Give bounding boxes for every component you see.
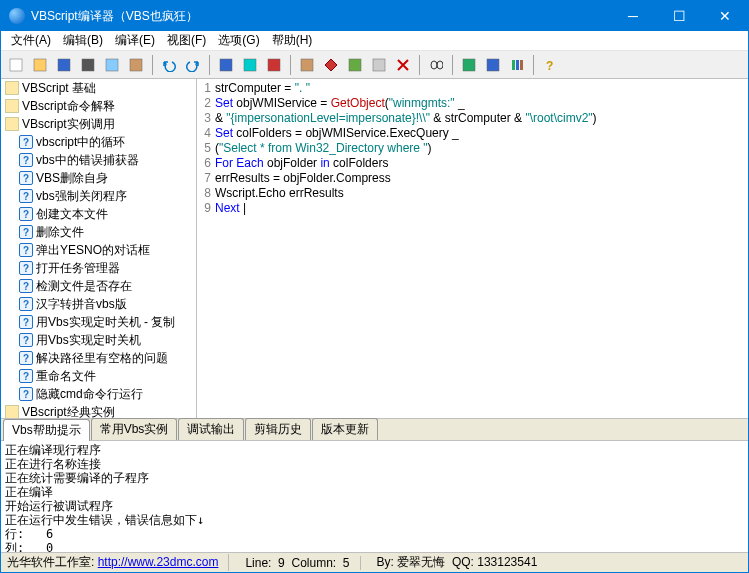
- close-button[interactable]: ✕: [702, 1, 748, 31]
- open-button[interactable]: [29, 54, 51, 76]
- window-title: VBScript编译器（VBS也疯狂）: [31, 8, 610, 25]
- tree-item-label: 解决路径里有空格的问题: [36, 350, 168, 367]
- maximize-button[interactable]: ☐: [656, 1, 702, 31]
- code-text[interactable]: errResults = objFolder.Compress: [215, 171, 391, 186]
- tree-item-label: vbscript中的循环: [36, 134, 125, 151]
- svg-rect-2: [58, 59, 70, 71]
- paste-button[interactable]: [125, 54, 147, 76]
- undo-icon: [162, 58, 176, 72]
- tree-item[interactable]: ?汉字转拼音vbs版: [1, 295, 196, 313]
- minimize-button[interactable]: ─: [610, 1, 656, 31]
- help-icon: ?: [19, 189, 33, 203]
- code-line[interactable]: 1strComputer = ". ": [197, 81, 748, 96]
- help-button[interactable]: ?: [539, 54, 561, 76]
- code-line[interactable]: 3& "{impersonationLevel=impersonate}!\\"…: [197, 111, 748, 126]
- tree-item[interactable]: ?检测文件是否存在: [1, 277, 196, 295]
- tree-item[interactable]: ?vbscript中的循环: [1, 133, 196, 151]
- example-tree[interactable]: VBScript 基础VBscript命令解释VBscript实例调用?vbsc…: [1, 79, 197, 418]
- svg-rect-6: [220, 59, 232, 71]
- code-text[interactable]: strComputer = ". ": [215, 81, 310, 96]
- code-line[interactable]: 4Set colFolders = objWMIService.ExecQuer…: [197, 126, 748, 141]
- menu-compile[interactable]: 编译(E): [109, 30, 161, 51]
- delete-x-button[interactable]: [392, 54, 414, 76]
- book-blue-button[interactable]: [482, 54, 504, 76]
- tree-item[interactable]: ?用Vbs实现定时关机 - 复制: [1, 313, 196, 331]
- tree-item[interactable]: ?用Vbs实现定时关机: [1, 331, 196, 349]
- tree-item-label: 删除文件: [36, 224, 84, 241]
- app-icon: [9, 8, 25, 24]
- tree-folder[interactable]: VBScript 基础: [1, 79, 196, 97]
- compile-red-button[interactable]: [263, 54, 285, 76]
- bottom-tab[interactable]: 剪辑历史: [245, 418, 311, 440]
- tree-item[interactable]: ?打开任务管理器: [1, 259, 196, 277]
- code-line[interactable]: 9Next |: [197, 201, 748, 216]
- output-pane[interactable]: 正在编译现行程序 正在进行名称连接 正在统计需要编译的子程序 正在编译 开始运行…: [1, 440, 748, 552]
- code-line[interactable]: 2Set objWMIService = GetObject("winmgmts…: [197, 96, 748, 111]
- code-text[interactable]: ("Select * from Win32_Directory where "): [215, 141, 432, 156]
- svg-rect-10: [349, 59, 361, 71]
- code-text[interactable]: Set objWMIService = GetObject("winmgmts:…: [215, 96, 465, 111]
- diamond-button[interactable]: [320, 54, 342, 76]
- code-text[interactable]: Next |: [215, 201, 246, 216]
- bottom-tab[interactable]: 版本更新: [312, 418, 378, 440]
- tree-item[interactable]: ?重命名文件: [1, 367, 196, 385]
- code-text[interactable]: Wscript.Echo errResults: [215, 186, 344, 201]
- tree-item[interactable]: ?弹出YESNO的对话框: [1, 241, 196, 259]
- books-button[interactable]: [506, 54, 528, 76]
- tree-item[interactable]: ?VBS删除自身: [1, 169, 196, 187]
- undo-button[interactable]: [158, 54, 180, 76]
- redo-button[interactable]: [182, 54, 204, 76]
- code-line[interactable]: 6For Each objFolder in colFolders: [197, 156, 748, 171]
- code-text[interactable]: Set colFolders = objWMIService.ExecQuery…: [215, 126, 459, 141]
- help-icon: ?: [19, 279, 33, 293]
- box1-button[interactable]: [296, 54, 318, 76]
- code-line[interactable]: 8Wscript.Echo errResults: [197, 186, 748, 201]
- svg-rect-14: [463, 59, 475, 71]
- compile-blue-button[interactable]: [215, 54, 237, 76]
- line-number: 9: [197, 201, 215, 216]
- menu-view[interactable]: 视图(F): [161, 30, 212, 51]
- menu-options[interactable]: 选项(G): [212, 30, 265, 51]
- tree-item[interactable]: ?vbs强制关闭程序: [1, 187, 196, 205]
- new-button[interactable]: [5, 54, 27, 76]
- code-line[interactable]: 7errResults = objFolder.Compress: [197, 171, 748, 186]
- compile-cyan-button[interactable]: [239, 54, 261, 76]
- code-line[interactable]: 5("Select * from Win32_Directory where "…: [197, 141, 748, 156]
- svg-rect-15: [487, 59, 499, 71]
- svg-rect-3: [82, 59, 94, 71]
- tree-item[interactable]: ?vbs中的错误捕获器: [1, 151, 196, 169]
- menu-file[interactable]: 文件(A): [5, 30, 57, 51]
- help-icon: ?: [543, 58, 557, 72]
- tree-item[interactable]: ?隐藏cmd命令行运行: [1, 385, 196, 403]
- svg-rect-18: [520, 60, 523, 70]
- menu-edit[interactable]: 编辑(B): [57, 30, 109, 51]
- tree-item-label: 创建文本文件: [36, 206, 108, 223]
- vendor-link[interactable]: http://www.23dmc.com: [98, 555, 219, 569]
- tree-item[interactable]: ?删除文件: [1, 223, 196, 241]
- menu-help[interactable]: 帮助(H): [266, 30, 319, 51]
- doc-button[interactable]: [368, 54, 390, 76]
- bottom-tab[interactable]: Vbs帮助提示: [3, 419, 90, 441]
- cut-button[interactable]: [77, 54, 99, 76]
- save-button[interactable]: [53, 54, 75, 76]
- bottom-tab[interactable]: 常用Vbs实例: [91, 418, 178, 440]
- find-button[interactable]: [425, 54, 447, 76]
- line-number: 6: [197, 156, 215, 171]
- tree-folder[interactable]: VBscript经典实例: [1, 403, 196, 418]
- tree-item-label: VBscript经典实例: [22, 404, 115, 419]
- box2-button[interactable]: [344, 54, 366, 76]
- tree-item[interactable]: ?解决路径里有空格的问题: [1, 349, 196, 367]
- book-green-button[interactable]: [458, 54, 480, 76]
- code-text[interactable]: For Each objFolder in colFolders: [215, 156, 388, 171]
- tree-folder[interactable]: VBscript命令解释: [1, 97, 196, 115]
- tree-item[interactable]: ?创建文本文件: [1, 205, 196, 223]
- svg-rect-7: [244, 59, 256, 71]
- menubar: 文件(A)编辑(B)编译(E)视图(F)选项(G)帮助(H): [1, 31, 748, 51]
- code-editor[interactable]: 1strComputer = ". "2Set objWMIService = …: [197, 79, 748, 418]
- toolbar-separator: [209, 55, 210, 75]
- status-column: 5: [343, 556, 350, 570]
- code-text[interactable]: & "{impersonationLevel=impersonate}!\\" …: [215, 111, 597, 126]
- copy-button[interactable]: [101, 54, 123, 76]
- bottom-tab[interactable]: 调试输出: [178, 418, 244, 440]
- tree-folder[interactable]: VBscript实例调用: [1, 115, 196, 133]
